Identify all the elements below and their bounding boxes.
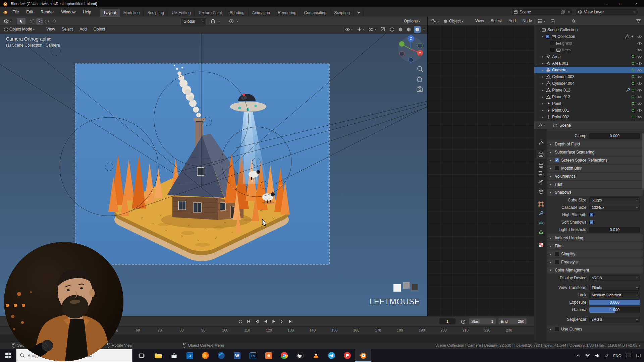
current-frame-field[interactable]: 1 — [439, 318, 455, 324]
viewport-menu-select[interactable]: Select — [58, 25, 76, 33]
shading-wireframe-icon[interactable] — [389, 26, 395, 33]
play-reverse-button[interactable] — [262, 318, 269, 325]
outliner-row-point-001[interactable]: ▸Point.001 — [534, 107, 644, 114]
dropdown-display-device[interactable]: sRGB▾ — [589, 275, 640, 281]
dropdown-cube-size[interactable]: 512px▾ — [589, 197, 640, 203]
previous-keyframe-button[interactable] — [254, 318, 261, 325]
maximize-button[interactable]: □ — [613, 0, 629, 7]
use-preview-range-toggle[interactable] — [460, 318, 467, 325]
properties-scrollbar[interactable] — [642, 133, 644, 190]
shading-dropdown[interactable]: ▾ — [423, 28, 425, 31]
task-view-button[interactable] — [133, 349, 149, 362]
disclosure-arrow[interactable]: ▸ — [541, 102, 544, 105]
dropdown-cascade-size[interactable]: 1024px▾ — [589, 205, 640, 210]
play-button[interactable] — [270, 318, 277, 325]
new-scene-icon[interactable] — [561, 10, 565, 14]
visibility-eye-icon[interactable] — [636, 55, 643, 58]
outliner-row-area-001[interactable]: ▸Area.001 — [534, 60, 644, 67]
disclosure-arrow[interactable]: ▸ — [541, 62, 544, 65]
object-visibility-dropdown[interactable]: ▾ — [344, 26, 354, 33]
outliner-filter-icon[interactable] — [635, 18, 642, 24]
obs-icon[interactable] — [292, 349, 308, 362]
shader-menu-view[interactable]: View — [472, 17, 487, 25]
topbar-menu-file[interactable]: File — [9, 7, 22, 17]
shader-editor-type-dropdown[interactable]: ▾ — [430, 18, 440, 24]
viewport-menu-add[interactable]: Add — [76, 25, 90, 33]
section-simplify[interactable]: ▸Simplify — [547, 250, 643, 257]
gizmos-dropdown[interactable]: ▾ — [356, 26, 365, 33]
select-circle-icon[interactable] — [44, 18, 50, 25]
snap-dropdown[interactable]: ▾ — [216, 18, 221, 24]
disclosure-arrow[interactable]: ▸ — [541, 75, 544, 78]
mode-dropdown[interactable]: Object Mode▾ — [9, 25, 35, 34]
topbar-menu-window[interactable]: Window — [57, 7, 79, 17]
visibility-eye-icon[interactable] — [636, 62, 643, 65]
calendar-icon[interactable]: 3 — [182, 349, 198, 362]
section-indirect-lighting[interactable]: ▸Indirect Lighting — [547, 234, 643, 241]
language-indicator[interactable]: ENG — [613, 354, 621, 358]
word-icon[interactable]: W — [229, 349, 245, 362]
section-freestyle[interactable]: ▸Freestyle — [547, 258, 643, 265]
outliner-row-camera[interactable]: ▸Camera — [534, 67, 644, 73]
proportional-dropdown[interactable]: ▾ — [235, 18, 239, 24]
overlays-dropdown[interactable]: ▾ — [368, 26, 377, 33]
properties-tab-object[interactable] — [536, 199, 546, 208]
tab-compositing[interactable]: Compositing — [300, 9, 330, 17]
dropdown-view-transform[interactable]: Filmic▾ — [589, 285, 640, 291]
viewport-menu-view[interactable]: View — [43, 25, 58, 33]
outliner-row-grass[interactable]: grass — [534, 40, 644, 47]
outliner-row-plane-012[interactable]: ▸Plane.012 — [534, 87, 644, 94]
select-box-icon[interactable] — [36, 18, 43, 25]
visibility-eye-icon[interactable] — [636, 35, 643, 38]
properties-tab-modifiers[interactable] — [536, 209, 546, 218]
jump-to-start-button[interactable] — [245, 318, 252, 325]
field-light-threshold[interactable]: 0.010 — [589, 227, 640, 233]
disclosure-arrow[interactable]: ▸ — [541, 55, 544, 58]
visibility-eye-icon[interactable] — [636, 69, 643, 72]
photoshop-icon[interactable]: Ps — [245, 349, 261, 362]
visibility-eye-icon[interactable] — [636, 49, 643, 52]
tab-texture-paint[interactable]: Texture Paint — [195, 9, 226, 17]
tab-scripting[interactable]: Scripting — [330, 9, 354, 17]
shader-type-dropdown[interactable]: Object▾ — [449, 17, 463, 26]
outliner-row-area[interactable]: ▸Area — [534, 53, 644, 60]
unlink-view-layer-icon[interactable]: × — [632, 10, 636, 14]
select-lasso-icon[interactable] — [51, 18, 58, 25]
visibility-eye-icon[interactable] — [636, 116, 643, 119]
disclosure-arrow[interactable]: ▸ — [541, 88, 544, 92]
checkbox-row-soft-shadows[interactable]: ✓ — [589, 220, 640, 225]
shader-menu-node[interactable]: Node — [519, 17, 536, 25]
properties-tab-view-layer[interactable] — [536, 169, 546, 178]
shader-menu-add[interactable]: Add — [505, 17, 519, 25]
select-tweak-icon[interactable] — [29, 18, 36, 25]
shader-editor-canvas[interactable] — [427, 25, 534, 316]
visibility-eye-icon[interactable] — [636, 89, 643, 92]
outliner-display-mode-dropdown[interactable] — [549, 18, 556, 24]
section-depth-of-field[interactable]: ▸Depth of Field — [547, 140, 643, 147]
proportional-editing-toggle[interactable] — [228, 18, 235, 24]
tray-chevron-icon[interactable] — [576, 354, 580, 357]
section-volumetrics[interactable]: ▸Volumetrics — [547, 173, 643, 180]
outliner-row-collection[interactable]: ▾✓Collection — [534, 33, 644, 40]
collection-checkbox[interactable] — [550, 41, 554, 45]
shading-solid-icon[interactable] — [397, 26, 404, 33]
section-screen-space-reflections[interactable]: ▸✓Screen Space Reflections — [547, 157, 643, 164]
outliner-row-point[interactable]: ▸Point — [534, 100, 644, 107]
outliner-row-point-002[interactable]: ▸Point.002 — [534, 114, 644, 120]
visibility-eye-icon[interactable] — [636, 109, 643, 112]
telegram-icon[interactable] — [324, 349, 339, 362]
unlink-scene-icon[interactable]: × — [567, 10, 570, 14]
visibility-eye-icon[interactable] — [636, 42, 643, 45]
tab-layout[interactable]: Layout — [100, 9, 120, 17]
tab-shading[interactable]: Shading — [226, 9, 249, 17]
frame-start-field[interactable]: Start 1 — [469, 318, 496, 324]
properties-tab-texture[interactable] — [536, 240, 546, 249]
disclosure-arrow[interactable]: ▸ — [541, 68, 544, 72]
edge-icon[interactable] — [213, 349, 229, 362]
outliner-row-plane-013[interactable]: ▸Plane.013 — [534, 94, 644, 100]
properties-tab-world[interactable] — [536, 187, 546, 196]
auto-keying-toggle[interactable] — [237, 318, 244, 325]
section-shadows[interactable]: ▾Shadows — [547, 189, 643, 196]
blender-menu-icon[interactable] — [3, 10, 8, 14]
view-layer-selector[interactable]: View Layer × — [576, 9, 638, 15]
